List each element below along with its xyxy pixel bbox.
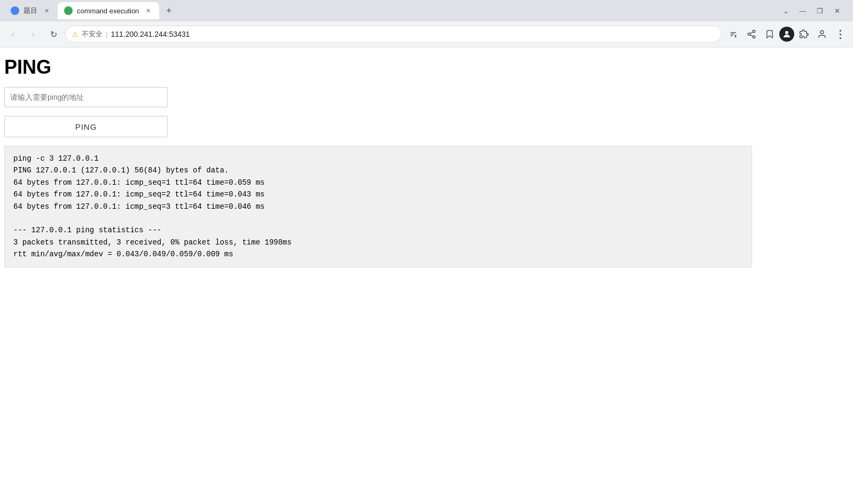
profile-icon[interactable] [813, 26, 831, 43]
tab-tmu[interactable]: 题目 ✕ [4, 2, 58, 19]
tab-tmu-title: 题目 [24, 6, 37, 15]
tmu-favicon [11, 6, 19, 15]
avatar-icon[interactable] [779, 27, 794, 42]
tab-cmd-close[interactable]: ✕ [143, 6, 153, 15]
svg-point-2 [753, 36, 755, 38]
ping-button[interactable]: PING [4, 116, 168, 137]
security-warning-icon: ⚠ [72, 30, 79, 38]
browser-chrome: 题目 ✕ command execution ✕ + ⌄ — ❐ ✕ ‹ › ↻… [0, 0, 853, 48]
window-controls: ⌄ — ❐ ✕ [778, 3, 849, 18]
minimize-button[interactable]: — [795, 3, 810, 18]
ping-output: ping -c 3 127.0.0.1 PING 127.0.0.1 (127.… [4, 146, 752, 267]
tab-command-execution[interactable]: command execution ✕ [58, 2, 159, 19]
new-tab-button[interactable]: + [161, 3, 176, 18]
security-text: 不安全 [82, 29, 103, 39]
page-title: PING [4, 56, 849, 78]
bookmark-icon[interactable] [761, 26, 778, 43]
close-button[interactable]: ✕ [829, 3, 844, 18]
translate-icon[interactable] [725, 26, 742, 43]
ping-address-input[interactable] [4, 87, 168, 107]
page-content: PING PING ping -c 3 127.0.0.1 PING 127.0… [0, 48, 853, 504]
refresh-button[interactable]: ↻ [45, 26, 62, 43]
cmd-favicon [64, 6, 73, 15]
svg-line-4 [750, 32, 753, 34]
toolbar-icons: ⋮ [725, 26, 849, 43]
url-separator: | [106, 30, 107, 38]
tab-tmu-close[interactable]: ✕ [42, 6, 51, 15]
svg-point-0 [753, 30, 755, 33]
svg-line-3 [750, 35, 753, 36]
svg-point-6 [820, 30, 824, 34]
tab-cmd-title: command execution [77, 7, 139, 15]
menu-icon[interactable]: ⋮ [832, 26, 849, 43]
tab-bar: 题目 ✕ command execution ✕ + ⌄ — ❐ ✕ [0, 0, 853, 21]
address-bar[interactable]: ⚠ 不安全 | 111.200.241.244:53431 [65, 26, 722, 43]
svg-point-5 [785, 31, 788, 34]
share-icon[interactable] [743, 26, 760, 43]
forward-button[interactable]: › [25, 26, 42, 43]
extensions-icon[interactable] [795, 26, 812, 43]
address-bar-row: ‹ › ↻ ⚠ 不安全 | 111.200.241.244:53431 [0, 21, 853, 47]
svg-point-1 [748, 33, 750, 36]
chevron-down-icon[interactable]: ⌄ [778, 3, 793, 18]
maximize-button[interactable]: ❐ [812, 3, 827, 18]
url-text: 111.200.241.244:53431 [111, 30, 715, 38]
back-button[interactable]: ‹ [4, 26, 21, 43]
